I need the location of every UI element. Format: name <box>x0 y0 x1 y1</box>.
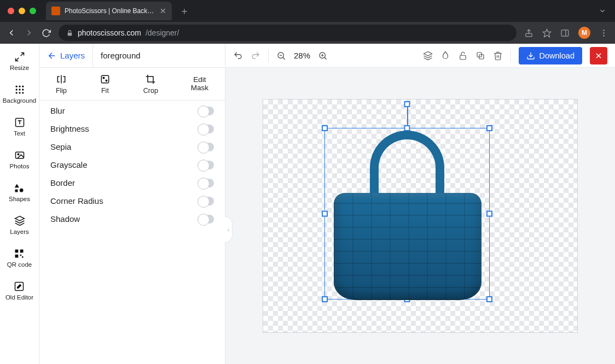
fit-button[interactable]: Fit <box>100 74 111 95</box>
zoom-in-icon[interactable] <box>318 51 328 61</box>
redo-icon[interactable] <box>251 51 260 61</box>
rail-qrcode[interactable]: QR code <box>7 248 32 268</box>
toggle-label: Corner Radius <box>50 196 103 206</box>
arrow-left-icon <box>47 51 57 61</box>
rail-photos[interactable]: Photos <box>10 150 30 169</box>
tab-overflow-icon[interactable] <box>599 7 606 15</box>
rail-layers[interactable]: Layers <box>10 215 29 235</box>
toggle-grayscale: Grayscale <box>50 160 214 169</box>
resize-handle-l[interactable] <box>322 211 328 217</box>
copy-icon[interactable] <box>475 51 485 61</box>
reload-icon[interactable] <box>42 28 51 38</box>
switch-shadow[interactable] <box>198 215 214 224</box>
svg-marker-2 <box>543 29 550 37</box>
switch-corner-radius[interactable] <box>198 197 214 206</box>
droplet-icon[interactable] <box>440 51 450 61</box>
svg-marker-22 <box>15 184 19 188</box>
switch-blur[interactable] <box>198 107 214 115</box>
browser-right-icons: M <box>524 27 608 39</box>
svg-rect-26 <box>15 250 19 253</box>
download-icon <box>526 51 535 60</box>
resize-handle-tl[interactable] <box>322 125 328 131</box>
tool-label: Crop <box>143 87 158 95</box>
kebab-menu-icon[interactable] <box>599 28 608 38</box>
zoom-group: 28% <box>276 51 328 61</box>
switch-border[interactable] <box>198 179 214 187</box>
rail-resize[interactable]: Resize <box>10 51 29 71</box>
url-path: /designer/ <box>146 28 179 37</box>
trash-icon[interactable] <box>493 51 503 61</box>
svg-point-15 <box>22 89 24 90</box>
foreground-image[interactable] <box>330 128 485 300</box>
layers-icon <box>14 215 25 226</box>
shapes-icon <box>14 183 25 193</box>
close-window-icon[interactable] <box>8 8 14 14</box>
undo-icon[interactable] <box>233 51 243 61</box>
svg-point-23 <box>20 189 24 192</box>
svg-marker-25 <box>15 216 24 221</box>
toggle-label: Blur <box>50 106 65 115</box>
switch-brightness[interactable] <box>198 125 214 133</box>
flip-icon <box>56 74 67 85</box>
svg-point-12 <box>22 86 24 87</box>
back-label: Layers <box>60 51 85 60</box>
rail-text[interactable]: Text <box>14 117 25 137</box>
canvas-stage[interactable] <box>225 68 615 364</box>
resize-icon <box>14 51 25 62</box>
close-editor-button[interactable] <box>590 47 607 64</box>
tab-title: PhotoScissors | Online Backgr… <box>65 7 155 15</box>
resize-handle-br[interactable] <box>486 296 492 302</box>
rail-label: Text <box>14 130 25 137</box>
rail-shapes[interactable]: Shapes <box>9 183 30 202</box>
svg-point-13 <box>15 89 17 90</box>
close-tab-icon[interactable]: ✕ <box>160 7 166 15</box>
svg-line-9 <box>15 58 19 61</box>
rail-oldeditor[interactable]: Old Editor <box>5 281 33 301</box>
selection-box[interactable] <box>324 128 490 300</box>
zoom-out-icon[interactable] <box>276 51 286 61</box>
download-label: Download <box>539 51 575 60</box>
svg-rect-0 <box>68 32 72 35</box>
switch-grayscale[interactable] <box>198 161 214 169</box>
browser-chrome: PhotoScissors | Online Backgr… ✕ ＋ photo… <box>0 0 615 44</box>
url-domain: photoscissors.com <box>78 28 141 37</box>
tool-label: Fit <box>101 87 109 95</box>
panel-collapse-handle[interactable]: ‹ <box>225 216 233 243</box>
new-tab-button[interactable]: ＋ <box>179 4 189 17</box>
layers-icon[interactable] <box>423 51 433 61</box>
svg-marker-43 <box>423 51 432 56</box>
edit-icon <box>14 281 25 292</box>
panel-icon[interactable] <box>560 28 570 38</box>
svg-point-21 <box>18 154 19 155</box>
current-layer-name: foreground <box>93 51 148 60</box>
back-icon[interactable] <box>7 28 16 38</box>
browser-tab[interactable]: PhotoScissors | Online Backgr… ✕ <box>46 2 172 20</box>
switch-sepia[interactable] <box>198 143 214 151</box>
rail-label: Background <box>3 97 36 104</box>
resize-handle-tr[interactable] <box>486 125 492 131</box>
svg-point-18 <box>22 92 24 93</box>
window-controls[interactable] <box>8 8 36 14</box>
rail-background[interactable]: Background <box>3 84 36 104</box>
maximize-window-icon[interactable] <box>30 8 36 14</box>
crop-button[interactable]: Crop <box>143 74 158 95</box>
forward-icon[interactable] <box>24 28 34 38</box>
share-icon[interactable] <box>524 28 533 38</box>
rotation-handle[interactable] <box>404 101 410 107</box>
back-to-layers-button[interactable]: Layers <box>39 51 92 61</box>
svg-rect-3 <box>561 30 568 36</box>
profile-avatar[interactable]: M <box>578 27 590 39</box>
flip-button[interactable]: Flip <box>56 74 67 95</box>
toggle-label: Sepia <box>50 142 71 151</box>
artboard[interactable] <box>263 99 578 333</box>
download-button[interactable]: Download <box>519 47 583 64</box>
edit-mask-button[interactable]: Edit Mask <box>191 76 208 92</box>
resize-handle-bl[interactable] <box>322 296 328 302</box>
address-bar[interactable]: photoscissors.com/designer/ <box>59 25 517 41</box>
unlock-icon[interactable] <box>458 51 468 61</box>
star-icon[interactable] <box>542 28 552 38</box>
minimize-window-icon[interactable] <box>19 8 25 14</box>
close-icon <box>594 51 603 60</box>
resize-handle-r[interactable] <box>486 211 492 217</box>
rail-label: Old Editor <box>5 294 33 301</box>
